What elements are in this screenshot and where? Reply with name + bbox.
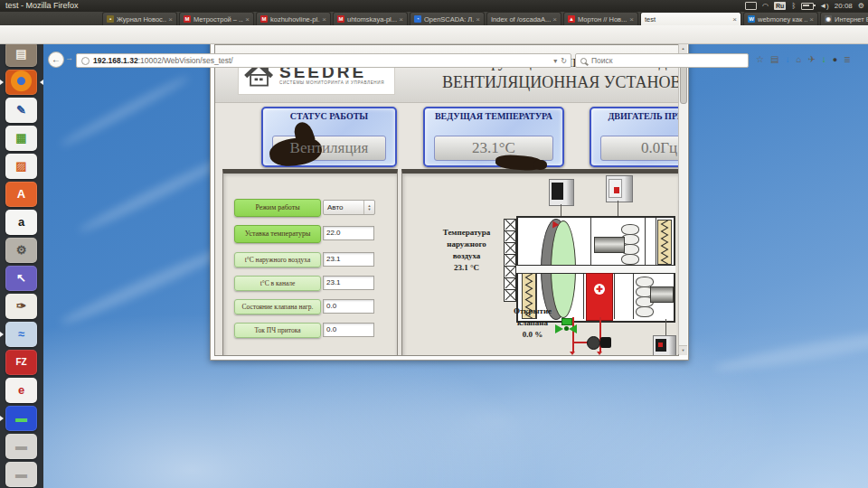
param-input-3[interactable]: 23.1	[323, 252, 374, 267]
launcher-firefox-icon[interactable]	[5, 70, 37, 95]
tab-3[interactable]: Мkozhuhovline-pl...×	[256, 12, 331, 25]
reload-icon[interactable]: ↻	[561, 57, 567, 65]
launcher-meter-app-icon[interactable]: ▬	[5, 406, 37, 431]
tab-favicon: М	[337, 15, 344, 23]
downloads-icon[interactable]: ↓	[785, 52, 789, 68]
home-icon[interactable]: ⌂	[796, 52, 801, 68]
layout-indicator[interactable]: Ru	[774, 2, 786, 10]
tab-9[interactable]: Wwebmoney как ...×	[743, 12, 818, 25]
launcher-disk-2-icon[interactable]: ▬	[5, 462, 37, 487]
launcher-paint-app-icon[interactable]: ✑	[5, 294, 37, 319]
launcher-libreoffice-writer-icon[interactable]: ✎	[5, 98, 37, 123]
tab-4[interactable]: Мuhtomskaya-pl...×	[333, 12, 408, 25]
software-center-glyph: A	[17, 182, 25, 207]
url-bar[interactable]: 192.168.1.32 :10002/WebVision/ses_test/ …	[76, 53, 571, 68]
tab-close-icon[interactable]: ×	[322, 15, 326, 23]
tab-close-icon[interactable]: ×	[399, 15, 403, 23]
tab-1[interactable]: ▪Журнал Новос...×	[102, 12, 177, 25]
param-input-4[interactable]: 23.1	[323, 276, 374, 290]
bookmarks-menu-icon[interactable]: ▤	[770, 52, 778, 68]
param-label-4: t°C в канале	[234, 276, 321, 291]
meter-app-glyph: ▬	[15, 406, 27, 431]
tab-favicon: ◔	[414, 15, 421, 23]
param-input-2[interactable]: 22.0	[323, 226, 374, 240]
launcher-amazon-icon[interactable]: a	[5, 210, 37, 235]
tab-close-icon[interactable]: ×	[245, 15, 250, 23]
tab-10[interactable]: ◉Интернет Банк×	[820, 12, 868, 25]
clock[interactable]: 20:08	[835, 0, 853, 12]
launcher-system-settings-icon[interactable]: ⚙	[5, 238, 37, 263]
tab-strip: ▪Журнал Новос...×ММетрострой – ...×Мkozh…	[102, 12, 868, 25]
url-dropdown-icon[interactable]: ▾	[553, 57, 557, 65]
fan-motor	[594, 237, 625, 253]
window-title: test - Mozilla Firefox	[5, 0, 79, 12]
launcher-files-icon[interactable]: ▤	[5, 42, 37, 67]
session-gear-icon[interactable]: ⚙	[858, 0, 864, 12]
tab-close-icon[interactable]: ×	[629, 15, 634, 23]
scroll-down-arrow[interactable]: ▼	[679, 345, 687, 355]
system-settings-glyph: ⚙	[16, 238, 27, 263]
param-label-2: Уставка температуры	[234, 225, 321, 243]
system-indicators[interactable]: ◠ Ru ᛒ ◄) 20:08 ⚙	[745, 0, 864, 12]
chat-addon-icon[interactable]: ●	[833, 52, 837, 68]
launcher-notes-app-icon[interactable]: e	[5, 378, 37, 403]
pipe-arrow-icon	[597, 352, 602, 355]
search-input[interactable]	[590, 55, 729, 66]
page-scrollbar[interactable]: ▲ ▼	[678, 44, 687, 354]
forward-button[interactable]: →	[65, 53, 73, 62]
site-identity-icon[interactable]	[81, 57, 90, 65]
back-button[interactable]: ←	[48, 52, 64, 68]
libreoffice-impress-glyph: ▨	[15, 154, 26, 179]
tab-title: uhtomskaya-pl...	[347, 15, 397, 23]
launcher-software-center-icon[interactable]: A	[5, 182, 37, 207]
volume-indicator-icon[interactable]: ◄)	[819, 0, 829, 12]
tab-6[interactable]: Index of /oscadaA...×	[486, 12, 561, 25]
network-indicator-icon[interactable]: ◠	[762, 0, 769, 12]
param-input-5[interactable]: 0.0	[323, 299, 374, 314]
bluefish-editor-glyph: ≈	[18, 322, 24, 347]
launcher-libreoffice-impress-icon[interactable]: ▨	[5, 154, 37, 179]
notes-app-glyph: e	[18, 378, 24, 403]
disk-1-glyph: ▬	[15, 434, 27, 459]
send-tab-icon[interactable]: ✈	[807, 52, 815, 68]
tab-close-icon[interactable]: ×	[732, 15, 737, 23]
update-addon-icon[interactable]: ↓	[822, 52, 826, 68]
select-spinner-icon[interactable]: ▲▼	[363, 201, 374, 214]
panel-title: ВЕДУЩАЯ ТЕМПЕРАТУРА	[425, 111, 562, 121]
tab-close-icon[interactable]: ×	[168, 15, 173, 23]
tab-7[interactable]: ▲Мортон // Нов...×	[563, 12, 638, 25]
param-input-6[interactable]: 0.0	[323, 323, 374, 337]
tab-favicon: ▪	[107, 15, 114, 23]
valve-opening-label: Открытие клапана 0.0 %	[504, 305, 561, 341]
launcher-remote-viewer-icon[interactable]: ↖	[5, 266, 37, 291]
tab-8[interactable]: test×	[640, 12, 741, 25]
amazon-glyph: a	[18, 210, 24, 235]
hamburger-menu-icon[interactable]: ≡	[844, 52, 850, 68]
tab-close-icon[interactable]: ×	[552, 15, 557, 23]
tab-title: Мортон // Нов...	[578, 15, 627, 23]
bluetooth-indicator-icon[interactable]: ᛒ	[791, 0, 796, 12]
valve-cross-icon: ✚	[594, 284, 605, 295]
keyboard-indicator-icon[interactable]	[745, 2, 757, 10]
launcher-libreoffice-calc-icon[interactable]: ▦	[5, 126, 37, 151]
tab-favicon: М	[184, 15, 191, 23]
tab-5[interactable]: ◔OpenSCADA: Л...×	[410, 12, 485, 25]
tab-close-icon[interactable]: ×	[809, 15, 814, 23]
panel-value: Вентиляция	[272, 136, 386, 161]
running-indicator-pip	[0, 332, 4, 337]
mode-select[interactable]: Авто▲▼	[323, 200, 375, 215]
launcher-disk-1-icon[interactable]: ▬	[5, 434, 37, 459]
tab-close-icon[interactable]: ×	[476, 15, 480, 23]
launcher-bluefish-editor-icon[interactable]: ≈	[5, 322, 37, 347]
battery-indicator-icon[interactable]	[801, 3, 814, 10]
cloud-streak	[59, 73, 191, 149]
panel-title: ДВИГАТЕЛЬ ПРИТОКА	[591, 111, 679, 121]
search-bar[interactable]	[575, 53, 749, 68]
page-title-line2: ВЕНТИЛЯЦИОННАЯ УСТАНОВКА	[442, 73, 679, 92]
launcher-filezilla-icon[interactable]: FZ	[5, 350, 37, 375]
bookmark-star-icon[interactable]: ☆	[756, 52, 764, 68]
tab-title: test	[645, 15, 731, 23]
param-label-1: Режим работы	[234, 199, 321, 217]
status-panel-lead-temperature: ВЕДУЩАЯ ТЕМПЕРАТУРА 23.1°C	[423, 107, 564, 167]
tab-2[interactable]: ММетрострой – ...×	[179, 12, 254, 25]
